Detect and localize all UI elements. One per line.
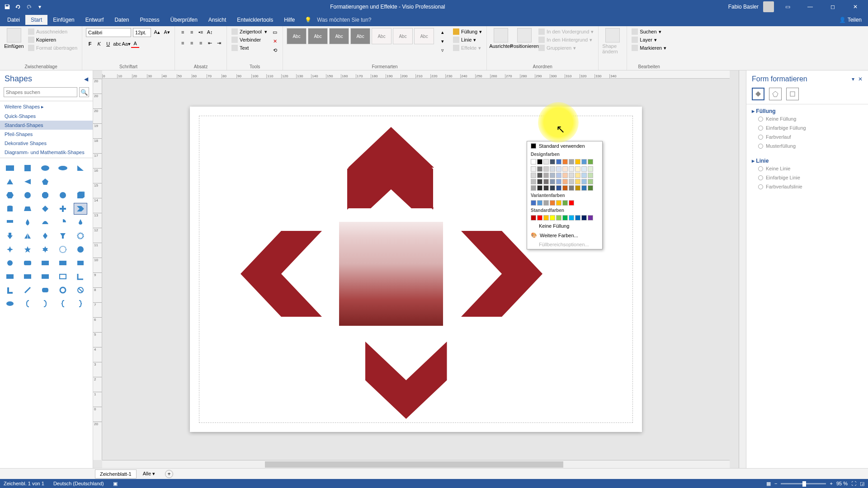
tab-ueberpruefen[interactable]: Überprüfen — [165, 15, 203, 25]
shape-circle2[interactable] — [4, 258, 16, 268]
shape-ellipse[interactable] — [39, 163, 52, 174]
color-swatch[interactable] — [581, 179, 587, 184]
color-swatch[interactable] — [581, 173, 587, 178]
align-middle-button[interactable]: ≡ — [188, 28, 196, 36]
tell-me-input[interactable]: Was möchten Sie tun? — [317, 17, 371, 23]
font-name-input[interactable] — [86, 28, 131, 37]
shape-style-5[interactable]: Abc — [372, 28, 392, 44]
color-swatch[interactable] — [581, 166, 587, 172]
center-gradient-square[interactable] — [339, 222, 443, 326]
shape-style-1[interactable]: Abc — [287, 28, 307, 44]
color-swatch[interactable] — [531, 179, 536, 184]
connector-tool-button[interactable]: Verbinder — [231, 36, 268, 43]
shape-bracket-l[interactable] — [21, 298, 34, 309]
fill-options[interactable]: Füllbereichsoptionen... — [527, 240, 602, 249]
color-swatch[interactable] — [562, 185, 568, 191]
color-swatch[interactable] — [531, 166, 536, 172]
tab-daten[interactable]: Daten — [109, 15, 134, 25]
ribbon-display-icon[interactable]: ▭ — [778, 0, 797, 13]
format-pane-close-icon[interactable]: ✕ — [858, 76, 863, 82]
shape-cross[interactable] — [57, 203, 69, 214]
shape-chevron[interactable] — [74, 203, 87, 214]
underline-button[interactable]: U — [104, 40, 112, 48]
color-swatch[interactable] — [569, 166, 574, 172]
shape-pie[interactable] — [57, 217, 69, 228]
bullets-button[interactable]: •≡ — [197, 28, 205, 36]
macro-record-icon[interactable]: ▣ — [113, 481, 118, 487]
font-color-button[interactable]: A — [131, 40, 139, 48]
color-swatch[interactable] — [531, 173, 536, 178]
strike-button[interactable]: abc — [113, 40, 121, 48]
font-size-input[interactable] — [133, 28, 151, 37]
tab-datei[interactable]: Datei — [2, 15, 25, 25]
color-swatch[interactable] — [550, 166, 555, 172]
color-swatch[interactable] — [537, 159, 542, 164]
cat-standard[interactable]: Standard-Shapes — [0, 121, 93, 130]
shape-style-7[interactable]: Abc — [414, 28, 434, 44]
color-swatch[interactable] — [581, 215, 587, 221]
shape-rect6[interactable] — [21, 271, 34, 282]
bring-front-button[interactable]: In den Vordergrund▾ — [538, 28, 594, 35]
color-swatch[interactable] — [556, 159, 561, 164]
color-auto[interactable]: Standard verwenden — [527, 141, 602, 150]
zoom-in-button[interactable]: + — [830, 481, 832, 486]
color-swatch[interactable] — [575, 166, 580, 172]
shape-star4[interactable] — [4, 244, 16, 255]
shrink-font-button[interactable]: A▾ — [163, 28, 171, 36]
shape-lshape[interactable] — [4, 285, 16, 296]
color-swatch[interactable] — [588, 179, 593, 184]
shape-funnel[interactable] — [57, 230, 69, 241]
paste-button[interactable]: Einfügen — [4, 28, 24, 49]
bold-button[interactable]: F — [86, 40, 94, 48]
change-shape-button[interactable]: Shape ändern — [602, 28, 623, 54]
color-swatch[interactable] — [550, 215, 555, 221]
user-name[interactable]: Fabio Basler — [728, 4, 759, 10]
shape-blank2[interactable] — [74, 176, 87, 187]
color-swatch[interactable] — [537, 185, 542, 191]
align-button[interactable]: Ausrichten — [491, 28, 511, 49]
shapes-search-button[interactable]: 🔍 — [79, 87, 89, 97]
tab-start[interactable]: Start — [25, 15, 47, 25]
cat-quick[interactable]: Quick-Shapes — [0, 112, 93, 121]
grow-font-button[interactable]: A▴ — [153, 28, 161, 36]
shape-nosymbol[interactable] — [74, 285, 87, 296]
maximize-icon[interactable]: ◻ — [824, 0, 842, 13]
color-swatch[interactable] — [581, 185, 587, 191]
shape-roundrect2[interactable] — [39, 285, 52, 296]
shape-gear[interactable] — [74, 230, 87, 241]
color-swatch[interactable] — [531, 159, 536, 164]
case-button[interactable]: Aa▾ — [122, 40, 130, 48]
copy-button[interactable]: Kopieren — [27, 36, 78, 43]
shape-arc[interactable] — [39, 217, 52, 228]
shape-octagon[interactable] — [39, 190, 52, 201]
align-right-button[interactable]: ≡ — [197, 39, 205, 47]
align-center-button[interactable]: ≡ — [188, 39, 196, 47]
opt-pattern-fill[interactable]: Musterfüllung — [752, 141, 863, 150]
color-swatch[interactable] — [569, 159, 574, 164]
line-button[interactable]: Linie▾ — [452, 36, 483, 43]
opt-solid-line[interactable]: Einfarbige Linie — [752, 173, 863, 182]
position-button[interactable]: Positionieren — [514, 28, 535, 49]
group-button[interactable]: Gruppieren▾ — [538, 44, 594, 52]
color-swatch[interactable] — [550, 159, 555, 164]
color-swatch[interactable] — [543, 185, 549, 191]
shape-roundrect[interactable] — [21, 258, 34, 268]
shape-can[interactable] — [4, 203, 16, 214]
color-swatch[interactable] — [581, 159, 587, 164]
share-button[interactable]: 👤 Teilen — [833, 15, 868, 25]
pointer-tool-button[interactable]: Zeigertool▾ — [231, 28, 268, 35]
color-swatch[interactable] — [543, 215, 549, 221]
opt-solid-fill[interactable]: Einfarbige Füllung — [752, 123, 863, 132]
color-swatch[interactable] — [588, 159, 593, 164]
presentation-mode-icon[interactable]: ▦ — [766, 481, 771, 487]
shape-style-2[interactable]: Abc — [308, 28, 328, 44]
shape-blank1[interactable] — [57, 176, 69, 187]
shape-ellipse2[interactable] — [57, 163, 69, 174]
effects-button[interactable]: Effekte▾ — [452, 44, 483, 52]
color-swatch[interactable] — [575, 179, 580, 184]
color-swatch[interactable] — [556, 185, 561, 191]
color-swatch[interactable] — [556, 179, 561, 184]
cat-weitere[interactable]: Weitere Shapes ▸ — [0, 102, 93, 112]
horizontal-scrollbar[interactable] — [102, 460, 730, 468]
color-swatch[interactable] — [569, 173, 574, 178]
